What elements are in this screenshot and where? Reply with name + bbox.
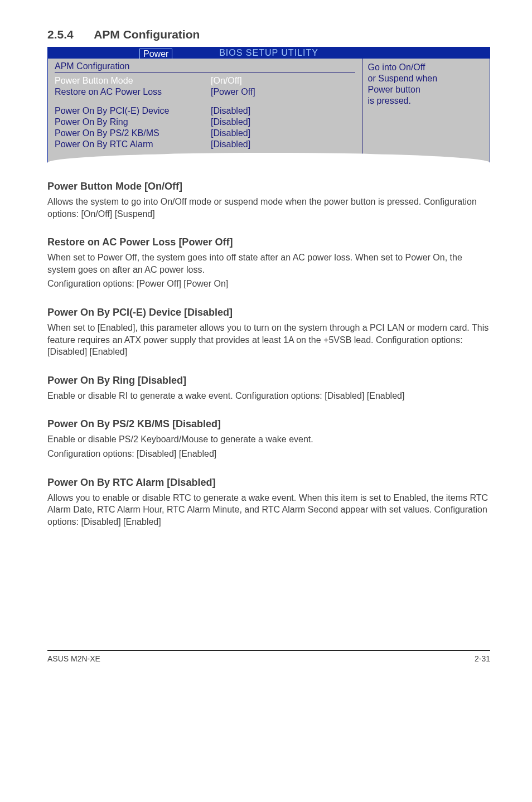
bios-titlebar: BIOS SETUP UTILITY Power [47, 47, 490, 59]
option-value: [On/Off] [211, 75, 242, 86]
bios-tab-power[interactable]: Power [139, 49, 172, 59]
option-label: Power Button Mode [55, 75, 211, 86]
bios-utility-panel: BIOS SETUP UTILITY Power APM Configurati… [47, 47, 490, 164]
option-power-on-ps2[interactable]: Power On By PS/2 KB/MS [Disabled] [55, 128, 355, 139]
option-value: [Disabled] [211, 128, 250, 139]
heading-ps2: Power On By PS/2 KB/MS [Disabled] [47, 418, 490, 430]
paragraph: Configuration options: [Disabled] [Enabl… [47, 448, 490, 460]
heading-ring: Power On By Ring [Disabled] [47, 375, 490, 386]
help-line: Go into On/Off [368, 62, 484, 73]
option-value: [Disabled] [211, 117, 250, 128]
heading-pcie: Power On By PCI(-E) Device [Disabled] [47, 307, 490, 318]
heading-power-button-mode: Power Button Mode [On/Off] [47, 181, 490, 192]
option-restore-ac-power-loss[interactable]: Restore on AC Power Loss [Power Off] [55, 86, 355, 98]
divider [55, 73, 355, 73]
bios-options-pane: APM Configuration Power Button Mode [On/… [48, 59, 362, 164]
section-header: 2.5.4 APM Configuration [47, 28, 490, 41]
option-value: [Disabled] [211, 139, 250, 150]
paragraph: Configuration options: [Power Off] [Powe… [47, 278, 490, 290]
option-label: Power On By RTC Alarm [55, 139, 211, 150]
bios-help-pane: Go into On/Off or Suspend when Power but… [362, 59, 490, 164]
page-footer: ASUS M2N-XE 2-31 [47, 650, 490, 663]
help-line: is pressed. [368, 95, 484, 107]
option-power-button-mode[interactable]: Power Button Mode [On/Off] [55, 75, 355, 86]
option-label: Power On By PCI(-E) Device [55, 105, 211, 117]
section-number: 2.5.4 [47, 28, 74, 41]
paragraph: Enable or disable PS/2 Keyboard/Mouse to… [47, 433, 490, 446]
bios-config-heading: APM Configuration [55, 61, 355, 71]
paragraph: Enable or disable RI to generate a wake … [47, 390, 490, 402]
option-value: [Disabled] [211, 105, 250, 117]
option-power-on-pcie[interactable]: Power On By PCI(-E) Device [Disabled] [55, 105, 355, 117]
bios-title-text: BIOS SETUP UTILITY [219, 48, 318, 58]
help-line: or Suspend when [368, 73, 484, 84]
section-title: APM Configuration [94, 28, 200, 41]
heading-rtc: Power On By RTC Alarm [Disabled] [47, 477, 490, 489]
option-power-on-ring[interactable]: Power On By Ring [Disabled] [55, 117, 355, 128]
option-power-on-rtc[interactable]: Power On By RTC Alarm [Disabled] [55, 139, 355, 150]
option-label: Restore on AC Power Loss [55, 86, 211, 98]
help-line: Power button [368, 84, 484, 95]
paragraph: Allows you to enable or disable RTC to g… [47, 492, 490, 528]
paragraph: When set to [Enabled], this parameter al… [47, 322, 490, 358]
option-value: [Power Off] [211, 86, 255, 98]
paragraph: Allows the system to go into On/Off mode… [47, 196, 490, 220]
footer-left: ASUS M2N-XE [47, 654, 100, 663]
footer-right: 2-31 [475, 654, 490, 663]
paragraph: When set to Power Off, the system goes i… [47, 252, 490, 276]
option-label: Power On By Ring [55, 117, 211, 128]
option-label: Power On By PS/2 KB/MS [55, 128, 211, 139]
heading-restore-ac: Restore on AC Power Loss [Power Off] [47, 236, 490, 248]
